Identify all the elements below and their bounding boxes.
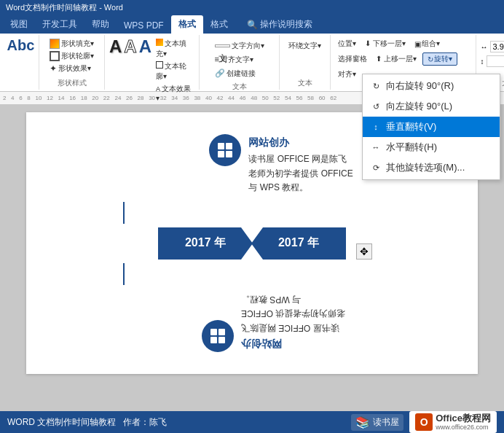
text-group-label: 文本 <box>232 80 247 92</box>
width-icon: ↔ <box>481 43 488 51</box>
status-bar: WORD 文档制作时间轴教程 作者：陈飞 📚 读书屋 O Office教程网 w… <box>0 411 504 433</box>
flip-horizontal-btn[interactable]: ↔ 水平翻转(H) <box>363 137 500 157</box>
group-btn[interactable]: ▣ 组合▾ <box>412 38 443 50</box>
tab-format2[interactable]: 格式 <box>203 15 235 34</box>
dushuwu-label: 读书屋 <box>373 416 399 429</box>
arrow-right-label: 2017 年 <box>278 235 319 251</box>
timeline-top-text: 网站创办 读书屋 OFFICE 网是陈飞老师为初学者提供 OFFICE与 WPS… <box>248 134 353 195</box>
shape-styles-label: 形状样式 <box>58 77 87 88</box>
text-fill-icon <box>156 39 163 46</box>
wordart-letters: A A A <box>109 36 151 57</box>
ribbon-group-wrap: 环绕文字▾ 文本 <box>280 35 331 90</box>
timeline-bottom: 网站创办 读书屋 OFFICE 网是陈飞老师为初学者提供 OFFICE与 WPS… <box>202 292 345 352</box>
size-inputs: ↔ ↕ <box>481 41 505 67</box>
svg-rect-5 <box>218 337 225 343</box>
shape-outline-btn[interactable]: 形状轮廓▾ <box>48 50 95 62</box>
timeline-arrows: 2017 年 2017 年 <box>158 227 346 260</box>
tab-help[interactable]: 帮助 <box>84 15 117 34</box>
ribbon-group-shape-styles: 形状填充▾ 形状轮廓▾ ✦ 形状效果▾ 形状样式 <box>39 35 105 90</box>
group-icon: ▣ <box>414 40 421 48</box>
author-status: 作者：陈飞 <box>123 416 167 429</box>
shape-fill-btn[interactable]: 形状填充▾ <box>48 38 95 50</box>
move-down-btn[interactable]: ⬇ 下移一层▾ <box>362 38 409 50</box>
shape-effect-label: 形状效果▾ <box>58 63 91 74</box>
move-up-btn[interactable]: ⬆ 上移一层▾ <box>373 53 420 65</box>
align-btn[interactable]: 对齐▾ <box>335 69 359 80</box>
move-up-icon: ⬆ <box>376 55 382 63</box>
timeline-top-title: 网站创办 <box>248 134 353 150</box>
tab-format1[interactable]: 格式 <box>171 15 203 34</box>
flip-h-icon: ↔ <box>370 141 382 153</box>
wordart-options: 文本填充▾ 文本轮廓▾ A文本效果▾ <box>154 38 194 103</box>
dushuwu-icon: 📚 <box>355 416 370 429</box>
ribbon-group-abc: Abc <box>3 35 39 90</box>
letter-solid: A <box>139 36 151 57</box>
tab-dev[interactable]: 开发工具 <box>35 15 84 34</box>
logo-dushuwu: 📚 读书屋 <box>351 414 403 431</box>
select-pane-btn[interactable]: 选择窗格 <box>335 53 370 65</box>
move-down-icon: ⬇ <box>365 39 371 47</box>
align-icon: ≡ <box>215 55 219 63</box>
logo-area: 📚 读书屋 O Office教程网 www.office26.com <box>351 411 497 433</box>
wrap-text-btn[interactable]: 环绕文字▾ <box>286 39 324 52</box>
shape-fill-label: 形状填充▾ <box>61 39 94 49</box>
text-direction-btn[interactable]: 文 文字方向▾ <box>212 39 267 52</box>
tab-wpspdf[interactable]: WPS PDF <box>117 17 171 34</box>
timeline-line-top <box>123 202 125 224</box>
letter-outline: A <box>124 36 136 57</box>
text-outline-icon <box>156 61 163 69</box>
wrap-label: 文本 <box>298 77 312 88</box>
svg-rect-7 <box>218 329 225 335</box>
office-url: www.office26.com <box>436 424 491 432</box>
timeline-top-body: 读书屋 OFFICE 网是陈飞老师为初学者提供 OFFICE与 WPS 教程。 <box>248 152 353 195</box>
timeline-top: 网站创办 读书屋 OFFICE 网是陈飞老师为初学者提供 OFFICE与 WPS… <box>209 134 353 195</box>
svg-rect-2 <box>218 151 224 157</box>
rotate-right-icon: ↻ <box>370 80 382 92</box>
size-label: 大小 <box>502 77 505 88</box>
rotate-left-btn[interactable]: ↺ 向左旋转 90°(L) <box>363 96 500 117</box>
rotate-dropdown: ↻ 向右旋转 90°(R) ↺ 向左旋转 90°(L) ↕ 垂直翻转(V) ↔ … <box>362 74 500 180</box>
fill-icon <box>50 39 60 49</box>
text-dir-icon: 文 <box>215 44 230 47</box>
arrow-left-label: 2017 年 <box>185 235 226 251</box>
width-input[interactable] <box>490 41 505 52</box>
align-text-btn[interactable]: ≡对齐文字▾ <box>212 53 256 66</box>
outline-icon <box>50 51 60 61</box>
more-rotate-icon: ⟳ <box>370 162 382 173</box>
abc-row[interactable]: Abc <box>6 36 36 55</box>
grid-icon <box>216 141 234 159</box>
shape-effect-btn[interactable]: ✦ 形状效果▾ <box>48 63 92 74</box>
grid-icon-bottom <box>209 327 227 345</box>
text-outline-btn[interactable]: 文本轮廓▾ <box>154 61 194 82</box>
text-fill-btn[interactable]: 文本填充▾ <box>154 38 194 60</box>
height-icon: ↕ <box>481 58 484 66</box>
svg-rect-4 <box>210 337 217 343</box>
doc-title-status: WORD 文档制作时间轴教程 <box>7 416 116 429</box>
timeline-bottom-text: 网站创办 读书屋 OFFICE 网是陈飞老师为初学者提供 OFFICE与 WPS… <box>241 292 345 352</box>
flip-vertical-btn[interactable]: ↕ 垂直翻转(V) <box>363 117 500 137</box>
svg-rect-6 <box>210 329 217 335</box>
move-handle[interactable]: ✥ <box>356 243 372 260</box>
rotate-left-icon: ↺ <box>370 101 382 112</box>
title-bar: Word文档制作时间轴教程 - Word <box>0 0 504 15</box>
logo-office26: O Office教程网 www.office26.com <box>409 411 497 433</box>
tab-view[interactable]: 视图 <box>3 15 35 34</box>
height-input[interactable] <box>487 55 505 67</box>
office-label: Office教程网 <box>436 413 491 424</box>
arrow-right: 2017 年 <box>251 227 346 260</box>
timeline-line-bottom <box>123 263 125 285</box>
rotate-btn[interactable]: ↻ 旋转▾ <box>422 52 457 66</box>
abc-icon: Abc <box>7 37 35 54</box>
ribbon-tabs: 视图 开发工具 帮助 WPS PDF 格式 格式 🔍 操作说明搜索 <box>0 15 504 34</box>
text-effect-icon: A <box>156 85 160 93</box>
position-btn[interactable]: 位置▾ <box>335 38 359 50</box>
more-rotate-btn[interactable]: ⟳ 其他旋转选项(M)... <box>363 157 500 178</box>
shape-outline-label: 形状轮廓▾ <box>61 51 94 61</box>
create-link-btn[interactable]: 🔗创建链接 <box>212 67 259 80</box>
search-tab[interactable]: 🔍 操作说明搜索 <box>243 15 317 34</box>
rotate-right-btn[interactable]: ↻ 向右旋转 90°(R) <box>363 76 500 96</box>
svg-rect-1 <box>226 143 232 149</box>
text-effect-btn[interactable]: A文本效果▾ <box>154 83 194 103</box>
ribbon-group-wordart: A A A 文本填充▾ 文本轮廓▾ A文本效果▾ 艺术字样式 <box>105 35 200 90</box>
height-row: ↕ <box>481 55 505 67</box>
